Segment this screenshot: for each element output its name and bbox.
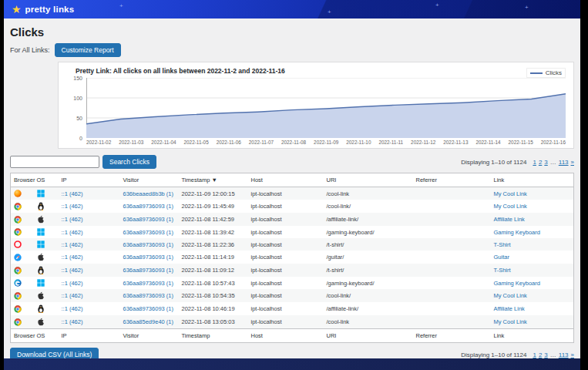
column-header-os[interactable]: OS (34, 173, 59, 187)
ip-cell: ::1 (462) (59, 277, 120, 289)
x-axis-tick: 2022-11-15 (509, 140, 533, 145)
browser-cell (11, 302, 34, 315)
visitor-link[interactable]: 636aa89736093 (1) (123, 280, 173, 287)
ip-link[interactable]: ::1 (462) (62, 254, 83, 261)
column-header-referrer[interactable]: Referrer (413, 329, 491, 343)
search-clicks-button[interactable]: Search Clicks (102, 155, 156, 169)
pretty-link-link[interactable]: T-Shirt (494, 241, 511, 248)
customize-report-button[interactable]: Customize Report (55, 43, 121, 57)
pretty-link-link[interactable]: My Cool Link (494, 190, 527, 197)
visitor-link[interactable]: 636beaaed8b3b (1) (123, 190, 173, 197)
column-header-visitor[interactable]: Visitor (120, 173, 179, 187)
ip-link[interactable]: ::1 (462) (62, 305, 83, 312)
column-header-ip[interactable]: IP (59, 173, 120, 187)
visitor-link[interactable]: 636aa89736093 (1) (123, 241, 173, 248)
pretty-link-link[interactable]: My Cool Link (494, 318, 527, 325)
ip-link[interactable]: ::1 (462) (62, 280, 83, 287)
column-header-link[interactable]: Link (491, 329, 574, 343)
pretty-link-link[interactable]: Gaming Keyboard (494, 280, 540, 287)
host-cell: ipt-localhost (248, 238, 324, 251)
visitor-link[interactable]: 636aa89736093 (1) (123, 216, 173, 223)
ip-link[interactable]: ::1 (462) (62, 229, 83, 236)
visitor-link[interactable]: 636aa89736093 (1) (123, 292, 173, 299)
column-header-browser[interactable]: Browser (11, 173, 34, 187)
pagination-page-link[interactable]: 1 (533, 159, 536, 166)
column-header-visitor[interactable]: Visitor (120, 329, 179, 343)
column-header-host[interactable]: Host (248, 329, 324, 343)
pagination-page-link[interactable]: 1 (533, 352, 536, 358)
pretty-link-link[interactable]: Gaming Keyboard (494, 229, 540, 236)
os-cell (34, 302, 59, 315)
column-header-os[interactable]: OS (34, 329, 59, 343)
uri-cell: /cool-link/ (324, 200, 413, 213)
visitor-link[interactable]: 636aa85ed9e40 (1) (123, 318, 173, 325)
windows-icon (37, 240, 45, 248)
pagination-page-link[interactable]: » (571, 352, 574, 358)
os-cell (34, 277, 59, 289)
pretty-link-link[interactable]: Affiliate Link (494, 216, 525, 223)
column-header-referrer[interactable]: Referrer (413, 173, 491, 187)
pagination-page-link[interactable]: 2 (539, 352, 542, 358)
visitor-link[interactable]: 636aa89736093 (1) (123, 305, 173, 312)
y-axis-tick: 0 (79, 136, 82, 141)
os-cell (34, 315, 59, 329)
ip-link[interactable]: ::1 (462) (62, 241, 83, 248)
sparkle-icon (435, 2, 439, 8)
table-row: ::1 (462)636aa89736093 (1)2022-11-08 11:… (11, 251, 574, 264)
ip-link[interactable]: ::1 (462) (62, 318, 83, 325)
pagination-page-link[interactable]: 2 (539, 159, 542, 166)
uri-cell: /cool-link/ (324, 289, 413, 302)
visitor-link[interactable]: 636aa89736093 (1) (123, 203, 173, 210)
pagination-page-link[interactable]: 3 (544, 352, 547, 358)
timestamp-cell: 2022-11-08 11:42:59 (179, 213, 248, 226)
chrome-icon (14, 228, 22, 236)
visitor-link[interactable]: 636aa89736093 (1) (123, 267, 173, 274)
pretty-link-link[interactable]: My Cool Link (494, 203, 527, 210)
ip-cell: ::1 (462) (59, 264, 120, 277)
search-input[interactable] (10, 156, 99, 168)
pagination-page-link[interactable]: » (571, 159, 574, 166)
pretty-link-link[interactable]: Affiliate Link (494, 305, 525, 312)
pagination-page-link[interactable]: 3 (544, 159, 547, 166)
table-row: ::1 (462)636aa89736093 (1)2022-11-08 10:… (11, 289, 574, 302)
apple-icon (37, 318, 45, 326)
chrome-icon (14, 318, 22, 326)
column-header-ip[interactable]: IP (59, 329, 120, 343)
browser-cell (11, 251, 34, 264)
linux-icon (37, 266, 45, 274)
ip-link[interactable]: ::1 (462) (62, 190, 83, 197)
x-axis-tick: 2022-11-02 (86, 140, 111, 145)
column-header-uri[interactable]: URI (324, 173, 413, 187)
column-header-uri[interactable]: URI (324, 329, 413, 343)
column-header-timestamp[interactable]: Timestamp ▼ (179, 173, 248, 187)
timestamp-cell: 2022-11-08 11:09:12 (179, 264, 248, 277)
column-header-browser[interactable]: Browser (11, 329, 34, 343)
ip-cell: ::1 (462) (59, 289, 120, 302)
sparkle-icon (525, 4, 529, 11)
pagination-page-link[interactable]: 113 (559, 159, 569, 166)
ip-link[interactable]: ::1 (462) (62, 216, 83, 223)
timestamp-cell: 2022-11-08 13:05:03 (179, 315, 248, 329)
column-header-timestamp[interactable]: Timestamp (179, 329, 248, 343)
ip-cell: ::1 (462) (59, 302, 120, 315)
pretty-link-link[interactable]: My Cool Link (494, 292, 527, 299)
column-header-link[interactable]: Link (491, 173, 574, 187)
apple-icon (37, 253, 45, 261)
visitor-link[interactable]: 636aa89736093 (1) (123, 229, 173, 236)
x-axis-tick: 2022-11-16 (541, 140, 566, 145)
table-row: ::1 (462)636beaaed8b3b (1)2022-11-09 12:… (11, 187, 574, 200)
pagination-page-link[interactable]: 113 (559, 352, 569, 358)
browser-cell (11, 226, 34, 238)
ip-link[interactable]: ::1 (462) (62, 292, 83, 299)
visitor-cell: 636aa89736093 (1) (120, 277, 179, 289)
ip-link[interactable]: ::1 (462) (62, 267, 83, 274)
pretty-link-link[interactable]: T-Shirt (494, 267, 511, 274)
uri-cell: /cool-link (324, 315, 413, 329)
pretty-link-link[interactable]: Guitar (494, 254, 509, 261)
referrer-cell (413, 289, 491, 302)
visitor-link[interactable]: 636aa89736093 (1) (123, 254, 173, 261)
ip-link[interactable]: ::1 (462) (62, 203, 83, 210)
host-cell: ipt-localhost (248, 200, 324, 213)
column-header-host[interactable]: Host (248, 173, 324, 187)
timestamp-cell: 2022-11-08 10:46:19 (179, 302, 248, 315)
